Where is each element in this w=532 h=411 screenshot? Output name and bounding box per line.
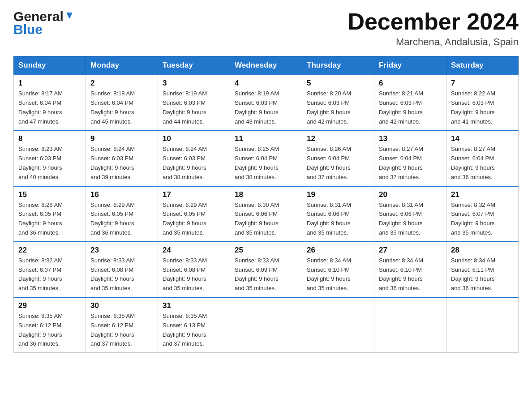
- day-number: 20: [379, 190, 442, 199]
- day-number: 24: [163, 246, 225, 255]
- header-wednesday: Wednesday: [230, 56, 302, 75]
- day-number: 21: [451, 190, 514, 199]
- svg-marker-0: [66, 13, 73, 19]
- day-info: Sunrise: 8:23 AM Sunset: 6:03 PM Dayligh…: [18, 145, 81, 182]
- calendar-cell: 17 Sunrise: 8:29 AM Sunset: 6:05 PM Dayl…: [158, 186, 230, 242]
- day-info: Sunrise: 8:27 AM Sunset: 6:04 PM Dayligh…: [451, 145, 514, 182]
- calendar-cell: 20 Sunrise: 8:31 AM Sunset: 6:06 PM Dayl…: [374, 186, 446, 242]
- calendar-cell: 26 Sunrise: 8:34 AM Sunset: 6:10 PM Dayl…: [302, 242, 374, 297]
- day-number: 8: [18, 134, 81, 143]
- day-number: 17: [163, 190, 225, 199]
- day-info: Sunrise: 8:30 AM Sunset: 6:06 PM Dayligh…: [235, 201, 297, 238]
- calendar-cell: 4 Sunrise: 8:19 AM Sunset: 6:03 PM Dayli…: [230, 75, 302, 130]
- day-number: 3: [163, 79, 225, 88]
- calendar-week-row: 29 Sunrise: 8:35 AM Sunset: 6:12 PM Dayl…: [14, 297, 519, 353]
- calendar-week-row: 15 Sunrise: 8:28 AM Sunset: 6:05 PM Dayl…: [14, 186, 519, 242]
- calendar-cell: 6 Sunrise: 8:21 AM Sunset: 6:03 PM Dayli…: [374, 75, 446, 130]
- day-number: 14: [451, 134, 514, 143]
- calendar-cell: 5 Sunrise: 8:20 AM Sunset: 6:03 PM Dayli…: [302, 75, 374, 130]
- title-area: December 2024 Marchena, Andalusia, Spain: [348, 9, 519, 48]
- day-info: Sunrise: 8:31 AM Sunset: 6:06 PM Dayligh…: [379, 201, 442, 238]
- day-info: Sunrise: 8:19 AM Sunset: 6:03 PM Dayligh…: [235, 89, 297, 126]
- day-number: 22: [18, 246, 81, 255]
- calendar-cell: [446, 297, 519, 353]
- day-number: 13: [379, 134, 442, 143]
- calendar-week-row: 22 Sunrise: 8:32 AM Sunset: 6:07 PM Dayl…: [14, 242, 519, 297]
- calendar-cell: 13 Sunrise: 8:27 AM Sunset: 6:04 PM Dayl…: [374, 130, 446, 186]
- day-info: Sunrise: 8:24 AM Sunset: 6:03 PM Dayligh…: [163, 145, 225, 182]
- calendar-cell: 3 Sunrise: 8:19 AM Sunset: 6:03 PM Dayli…: [158, 75, 230, 130]
- calendar-cell: 12 Sunrise: 8:26 AM Sunset: 6:04 PM Dayl…: [302, 130, 374, 186]
- day-number: 29: [18, 301, 81, 310]
- calendar-cell: 23 Sunrise: 8:33 AM Sunset: 6:08 PM Dayl…: [86, 242, 158, 297]
- calendar-cell: [374, 297, 446, 353]
- calendar-cell: 1 Sunrise: 8:17 AM Sunset: 6:04 PM Dayli…: [14, 75, 86, 130]
- day-number: 31: [163, 301, 225, 310]
- calendar-cell: 28 Sunrise: 8:34 AM Sunset: 6:11 PM Dayl…: [446, 242, 519, 297]
- calendar-cell: 2 Sunrise: 8:18 AM Sunset: 6:04 PM Dayli…: [86, 75, 158, 130]
- calendar-cell: 24 Sunrise: 8:33 AM Sunset: 6:08 PM Dayl…: [158, 242, 230, 297]
- day-info: Sunrise: 8:28 AM Sunset: 6:05 PM Dayligh…: [18, 201, 81, 238]
- logo: General Blue: [13, 9, 74, 37]
- day-info: Sunrise: 8:17 AM Sunset: 6:04 PM Dayligh…: [18, 89, 81, 126]
- day-info: Sunrise: 8:20 AM Sunset: 6:03 PM Dayligh…: [307, 89, 369, 126]
- day-number: 5: [307, 79, 369, 88]
- day-number: 28: [451, 246, 514, 255]
- day-info: Sunrise: 8:35 AM Sunset: 6:12 PM Dayligh…: [90, 312, 153, 349]
- day-number: 18: [235, 190, 297, 199]
- calendar-header-row: SundayMondayTuesdayWednesdayThursdayFrid…: [14, 56, 519, 75]
- day-number: 19: [307, 190, 369, 199]
- day-info: Sunrise: 8:31 AM Sunset: 6:06 PM Dayligh…: [307, 201, 369, 238]
- calendar-cell: [230, 297, 302, 353]
- day-number: 12: [307, 134, 369, 143]
- location-text: Marchena, Andalusia, Spain: [348, 36, 519, 48]
- calendar-cell: 29 Sunrise: 8:35 AM Sunset: 6:12 PM Dayl…: [14, 297, 86, 353]
- day-info: Sunrise: 8:24 AM Sunset: 6:03 PM Dayligh…: [90, 145, 153, 182]
- logo-blue-text: Blue: [13, 22, 43, 37]
- day-number: 7: [451, 79, 514, 88]
- day-number: 27: [379, 246, 442, 255]
- day-info: Sunrise: 8:33 AM Sunset: 6:08 PM Dayligh…: [163, 256, 225, 293]
- day-info: Sunrise: 8:33 AM Sunset: 6:09 PM Dayligh…: [235, 256, 297, 293]
- calendar-cell: 31 Sunrise: 8:35 AM Sunset: 6:13 PM Dayl…: [158, 297, 230, 353]
- calendar-cell: 25 Sunrise: 8:33 AM Sunset: 6:09 PM Dayl…: [230, 242, 302, 297]
- day-info: Sunrise: 8:22 AM Sunset: 6:03 PM Dayligh…: [451, 89, 514, 126]
- calendar-cell: 11 Sunrise: 8:25 AM Sunset: 6:04 PM Dayl…: [230, 130, 302, 186]
- header-saturday: Saturday: [446, 56, 519, 75]
- calendar-cell: 10 Sunrise: 8:24 AM Sunset: 6:03 PM Dayl…: [158, 130, 230, 186]
- calendar-cell: 30 Sunrise: 8:35 AM Sunset: 6:12 PM Dayl…: [86, 297, 158, 353]
- month-title: December 2024: [348, 9, 519, 34]
- calendar-cell: 21 Sunrise: 8:32 AM Sunset: 6:07 PM Dayl…: [446, 186, 519, 242]
- calendar-week-row: 8 Sunrise: 8:23 AM Sunset: 6:03 PM Dayli…: [14, 130, 519, 186]
- calendar-cell: 14 Sunrise: 8:27 AM Sunset: 6:04 PM Dayl…: [446, 130, 519, 186]
- day-info: Sunrise: 8:19 AM Sunset: 6:03 PM Dayligh…: [163, 89, 225, 126]
- day-info: Sunrise: 8:34 AM Sunset: 6:10 PM Dayligh…: [379, 256, 442, 293]
- logo-triangle-icon: [64, 11, 74, 21]
- day-info: Sunrise: 8:33 AM Sunset: 6:08 PM Dayligh…: [90, 256, 153, 293]
- day-info: Sunrise: 8:27 AM Sunset: 6:04 PM Dayligh…: [379, 145, 442, 182]
- day-number: 1: [18, 79, 81, 88]
- calendar-cell: 7 Sunrise: 8:22 AM Sunset: 6:03 PM Dayli…: [446, 75, 519, 130]
- day-info: Sunrise: 8:34 AM Sunset: 6:11 PM Dayligh…: [451, 256, 514, 293]
- header-monday: Monday: [86, 56, 158, 75]
- day-info: Sunrise: 8:29 AM Sunset: 6:05 PM Dayligh…: [163, 201, 225, 238]
- page-header: General Blue December 2024 Marchena, And…: [13, 9, 519, 48]
- calendar-cell: 15 Sunrise: 8:28 AM Sunset: 6:05 PM Dayl…: [14, 186, 86, 242]
- day-info: Sunrise: 8:29 AM Sunset: 6:05 PM Dayligh…: [90, 201, 153, 238]
- day-number: 30: [90, 301, 153, 310]
- day-number: 2: [90, 79, 153, 88]
- day-info: Sunrise: 8:32 AM Sunset: 6:07 PM Dayligh…: [18, 256, 81, 293]
- calendar-cell: [302, 297, 374, 353]
- calendar-cell: 9 Sunrise: 8:24 AM Sunset: 6:03 PM Dayli…: [86, 130, 158, 186]
- header-sunday: Sunday: [14, 56, 86, 75]
- day-info: Sunrise: 8:18 AM Sunset: 6:04 PM Dayligh…: [90, 89, 153, 126]
- day-number: 23: [90, 246, 153, 255]
- day-number: 9: [90, 134, 153, 143]
- day-number: 10: [163, 134, 225, 143]
- header-thursday: Thursday: [302, 56, 374, 75]
- day-number: 4: [235, 79, 297, 88]
- day-info: Sunrise: 8:35 AM Sunset: 6:12 PM Dayligh…: [18, 312, 81, 349]
- day-info: Sunrise: 8:32 AM Sunset: 6:07 PM Dayligh…: [451, 201, 514, 238]
- calendar-cell: 18 Sunrise: 8:30 AM Sunset: 6:06 PM Dayl…: [230, 186, 302, 242]
- calendar-cell: 16 Sunrise: 8:29 AM Sunset: 6:05 PM Dayl…: [86, 186, 158, 242]
